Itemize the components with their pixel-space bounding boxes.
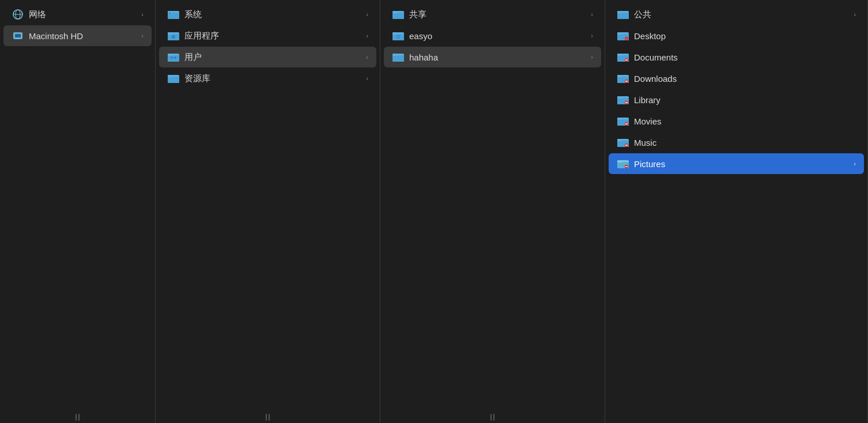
svg-rect-34 [617,11,622,13]
svg-rect-12 [168,32,172,35]
column-4: 公共 › − Desktop [605,0,868,423]
svg-rect-37 [617,32,622,35]
desktop-label: Desktop [634,31,856,41]
column-1-handle[interactable] [0,414,155,423]
svg-point-13 [172,35,175,39]
column-3-handle[interactable] [380,414,605,423]
network-chevron: › [141,11,144,18]
music-folder-icon [617,136,629,149]
system-chevron: › [366,11,368,18]
svg-rect-31 [393,54,397,56]
easyo-chevron: › [591,32,593,39]
sidebar-item-downloads[interactable]: Downloads [609,68,864,89]
macintosh-hd-label: Macintosh HD [29,31,139,41]
library2-label: Library [634,95,856,105]
gongong-label: 公共 [634,9,851,20]
sidebar-item-documents[interactable]: Documents [609,47,864,67]
svg-rect-24 [393,11,397,13]
sidebar-item-movies[interactable]: Movies [609,111,864,131]
sidebar-item-gongong[interactable]: 公共 › [609,4,864,25]
svg-rect-57 [617,118,622,120]
music-label: Music [634,138,856,148]
documents-folder-icon [617,51,629,63]
gongong-folder-icon [617,8,629,21]
sidebar-item-desktop[interactable]: − Desktop [609,25,864,46]
svg-rect-23 [393,13,404,19]
applications-chevron: › [366,32,368,39]
svg-rect-30 [393,55,404,62]
svg-rect-47 [617,75,622,77]
svg-rect-52 [617,96,622,99]
svg-rect-27 [393,32,397,35]
svg-rect-42 [617,54,622,56]
sidebar-item-easyo[interactable]: easyo › [384,25,601,46]
users-label: 用户 [184,52,364,63]
documents-label: Documents [634,52,856,62]
system-label: 系统 [184,9,364,20]
svg-rect-33 [617,13,629,19]
column-3-items: 共享 › easyo › [380,0,605,68]
easyo-folder-icon [392,29,405,42]
sidebar-item-network[interactable]: 网络 › [3,4,152,25]
applications-folder-icon [167,29,180,42]
sidebar-item-system[interactable]: 系统 › [159,4,376,25]
column-3: 共享 › easyo › [380,0,605,423]
hahaha-label: hahaha [409,52,588,62]
users-folder-icon [167,51,180,63]
sidebar-item-music[interactable]: Music [609,132,864,153]
svg-rect-26 [393,34,404,40]
library-folder-icon [167,72,180,85]
svg-rect-5 [17,38,19,39]
svg-rect-20 [168,77,179,83]
pictures-chevron: › [854,160,856,167]
sidebar-item-library2[interactable]: Library [609,89,864,110]
svg-rect-15 [168,55,179,62]
easyo-label: easyo [409,31,588,41]
pictures-label: Pictures [634,159,851,169]
shared-chevron: › [591,11,593,18]
users-chevron: › [366,54,368,61]
svg-rect-9 [169,12,171,14]
svg-rect-21 [168,75,172,77]
finder-window: 网络 › Macintosh HD › [0,0,868,423]
macintosh-hd-chevron: › [141,32,144,39]
system-folder-icon [167,8,180,21]
svg-rect-4 [15,34,21,37]
network-label: 网络 [29,9,139,20]
sidebar-item-pictures[interactable]: Pictures › [609,153,864,174]
svg-rect-62 [617,139,622,141]
column-2: 系统 › 应用程序 › [156,0,380,423]
downloads-label: Downloads [634,74,856,84]
applications-label: 应用程序 [184,31,364,41]
column-1: 网络 › Macintosh HD › [0,0,156,423]
sidebar-item-shared[interactable]: 共享 › [384,4,601,25]
column-2-items: 系统 › 应用程序 › [156,0,380,89]
pictures-folder-icon [617,157,629,170]
column-2-handle[interactable] [156,414,380,423]
hahaha-folder-icon [392,51,405,63]
movies-folder-icon [617,115,629,127]
library-chevron: › [366,75,368,82]
column-1-items: 网络 › Macintosh HD › [0,0,155,47]
macintosh-hd-icon [12,29,24,42]
sidebar-item-hahaha[interactable]: hahaha › [384,47,601,67]
svg-rect-67 [617,160,622,163]
sidebar-item-macintosh-hd[interactable]: Macintosh HD › [3,25,152,46]
svg-rect-16 [168,54,172,56]
sidebar-item-applications[interactable]: 应用程序 › [159,25,376,46]
hahaha-chevron: › [591,54,593,61]
column-4-items: 公共 › − Desktop [605,0,867,175]
downloads-folder-icon [617,72,629,85]
svg-point-18 [174,56,176,59]
svg-point-17 [171,56,173,59]
gongong-chevron: › [854,11,856,18]
network-icon [12,8,24,21]
library2-folder-icon [617,93,629,106]
movies-label: Movies [634,116,856,126]
sidebar-item-library[interactable]: 资源库 › [159,68,376,89]
library-label: 资源库 [184,73,364,84]
sidebar-item-users[interactable]: 用户 › [159,47,376,67]
shared-folder-icon [392,8,405,21]
desktop-folder-icon: − [617,29,629,42]
shared-label: 共享 [409,9,588,20]
